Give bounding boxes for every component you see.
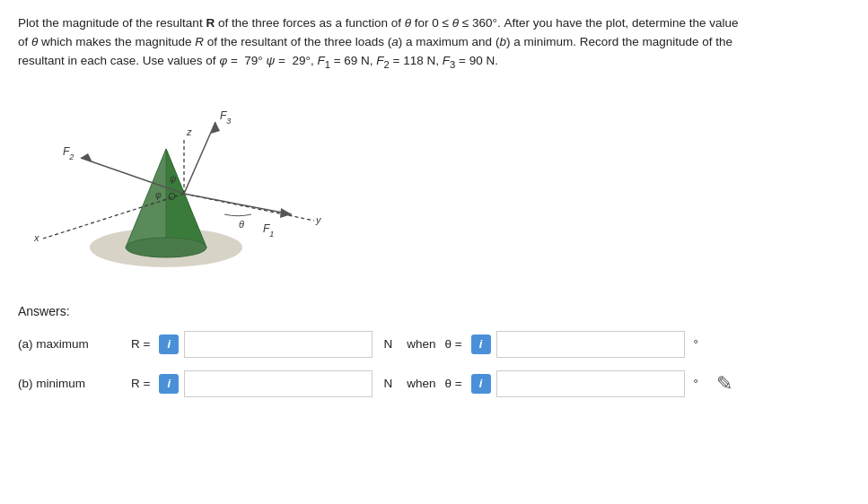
- svg-text:ψ: ψ: [170, 174, 177, 184]
- minimum-when-label: when: [407, 377, 435, 390]
- maximum-degree: °: [694, 337, 698, 351]
- maximum-theta-info-icon[interactable]: i: [471, 335, 491, 354]
- minimum-label: (b) minimum: [18, 377, 126, 390]
- minimum-r-info-icon[interactable]: i: [159, 374, 179, 394]
- pencil-icon: ✎: [716, 372, 732, 395]
- svg-marker-18: [280, 208, 292, 218]
- force-diagram: O z y x F3 F2 F1 θ ψ φ: [27, 82, 332, 288]
- maximum-when-label: when: [407, 337, 435, 351]
- minimum-theta-eq: θ =: [444, 377, 461, 390]
- svg-point-3: [126, 238, 206, 257]
- maximum-r-eq: R =: [131, 337, 150, 351]
- minimum-theta-info-icon[interactable]: i: [471, 374, 491, 394]
- minimum-degree: °: [694, 377, 698, 390]
- answers-label: Answers:: [18, 304, 850, 318]
- svg-text:F2: F2: [63, 145, 74, 161]
- answer-row-minimum: (b) minimum R = i N when θ = i ° ✎: [18, 370, 850, 397]
- svg-text:F3: F3: [220, 109, 231, 126]
- maximum-theta-input[interactable]: [496, 331, 685, 358]
- minimum-r-unit: N: [383, 377, 392, 390]
- svg-text:θ: θ: [239, 219, 244, 230]
- answers-section: Answers: (a) maximum R = i N when θ = i …: [18, 304, 850, 397]
- svg-line-17: [184, 194, 292, 214]
- maximum-r-unit: N: [383, 337, 392, 351]
- problem-line3: resultant in each case. Use values of φ …: [18, 54, 498, 67]
- minimum-theta-input[interactable]: [496, 370, 685, 397]
- maximum-r-info-icon[interactable]: i: [159, 335, 179, 354]
- svg-marker-15: [81, 153, 92, 162]
- svg-text:y: y: [315, 214, 322, 225]
- diagram-area: O z y x F3 F2 F1 θ ψ φ: [27, 82, 850, 288]
- problem-line1: Plot the magnitude of the resultant R of…: [18, 16, 739, 30]
- problem-line2: of θ which makes the magnitude R of the …: [18, 35, 732, 48]
- svg-text:z: z: [186, 126, 192, 137]
- svg-text:x: x: [33, 232, 39, 243]
- maximum-theta-eq: θ =: [444, 337, 461, 351]
- problem-text: Plot the magnitude of the resultant R of…: [18, 14, 844, 73]
- answer-row-maximum: (a) maximum R = i N when θ = i °: [18, 331, 850, 358]
- minimum-r-input[interactable]: [184, 370, 373, 397]
- minimum-r-eq: R =: [131, 377, 150, 390]
- svg-text:F1: F1: [263, 222, 274, 239]
- maximum-r-input[interactable]: [184, 331, 373, 358]
- maximum-label: (a) maximum: [18, 337, 126, 351]
- svg-text:φ: φ: [155, 190, 162, 200]
